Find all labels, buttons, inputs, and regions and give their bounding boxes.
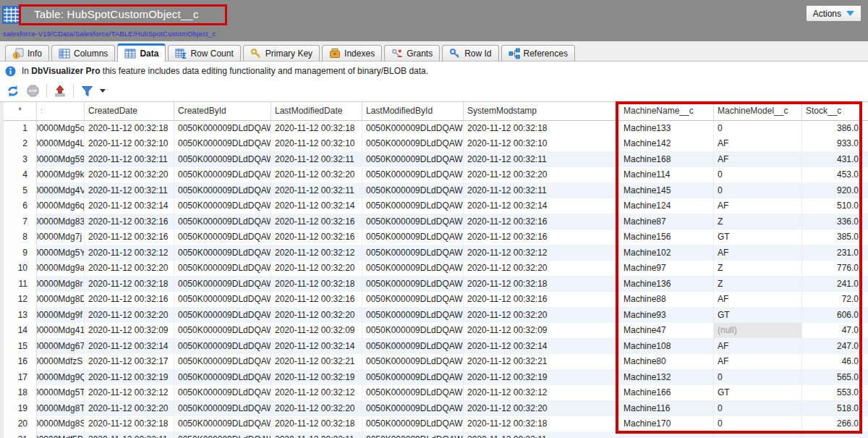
data-cell[interactable]: 2020-11-12 00:32:20 [85,307,174,323]
row-number-cell[interactable]: 21 [2,431,37,438]
data-cell[interactable]: 0050K000009DLdDQAW [362,198,464,214]
column-header-rownum[interactable]: * [2,102,37,120]
data-cell[interactable]: 0050K000009DLdDQAW [174,292,271,308]
data-cell[interactable]: 0 [714,120,802,136]
data-cell[interactable]: 00000Mdg59 [37,151,85,167]
tab-columns[interactable]: Columns [51,45,115,61]
data-cell[interactable]: 0 [714,400,802,416]
data-cell[interactable]: 2020-11-12 00:32:14 [85,338,174,354]
row-number-cell[interactable]: 13 [2,307,37,323]
data-cell[interactable]: 2020-11-12 00:32:11 [271,182,362,198]
data-cell[interactable]: 2020-11-12 00:32:20 [464,167,620,183]
data-cell[interactable]: 385.0 [802,229,868,245]
data-cell[interactable]: 00000Mdg5T [37,385,85,401]
tab-info[interactable]: Info [5,45,49,61]
data-cell[interactable]: 2020-11-12 00:32:18 [464,276,620,292]
data-cell[interactable]: 2020-11-12 00:32:12 [271,385,362,401]
data-cell[interactable]: 0050K000009DLdDQAW [174,431,271,438]
data-cell[interactable]: 00000Mdg8r [37,276,85,292]
data-cell[interactable]: AF [714,292,802,308]
data-cell[interactable]: 2020-11-12 00:32:14 [271,198,362,214]
data-cell[interactable]: 00000Mdg67 [37,338,85,354]
data-cell[interactable]: 606.0 [802,307,868,323]
data-cell[interactable]: 0050K000009DLdDQAW [174,323,271,339]
data-cell[interactable]: Machine87 [620,214,714,229]
data-cell[interactable]: 0050K000009DLdDQAW [362,276,464,292]
data-cell[interactable]: 2020-11-12 00:32:19 [271,369,362,385]
data-cell[interactable]: 0 [714,182,802,198]
data-cell[interactable]: 2020-11-12 00:32:20 [464,400,620,416]
data-cell[interactable]: 00000Mdg4V [37,182,85,198]
data-cell[interactable]: 510.0 [802,198,868,214]
row-number-cell[interactable]: 3 [2,151,37,167]
row-number-cell[interactable]: 6 [2,198,37,214]
data-cell[interactable]: 0050K000009DLdDQAW [174,369,271,385]
data-cell[interactable]: 00000Mdg8D [37,292,85,308]
data-cell[interactable]: 00000Mdg83 [37,214,85,229]
data-cell[interactable]: 00000Mdg5Y [37,245,85,261]
data-cell[interactable]: 431.0 [802,151,868,167]
row-number-cell[interactable]: 7 [2,214,37,229]
data-cell[interactable]: 336.0 [802,214,868,229]
data-cell[interactable]: 231.0 [802,245,868,261]
data-cell[interactable] [802,431,868,438]
data-cell[interactable]: 47.0 [802,323,868,339]
data-cell[interactable]: 553.0 [802,385,868,401]
data-cell[interactable]: 247.0 [802,338,868,354]
data-cell[interactable]: 2020-11-12 00:32:19 [85,369,174,385]
row-number-cell[interactable]: 18 [2,385,37,401]
data-cell[interactable]: 2020-11-12 00:32:16 [85,229,174,245]
data-cell[interactable]: 0050K000009DLdDQAW [174,276,271,292]
column-header-SystemModstamp[interactable]: SystemModstamp [464,102,620,120]
row-number-cell[interactable]: 9 [2,245,37,261]
row-number-cell[interactable]: 1 [2,120,37,136]
row-number-cell[interactable]: 19 [2,400,37,416]
row-number-cell[interactable]: 16 [2,354,37,370]
data-cell[interactable]: Machine116 [620,400,714,416]
data-cell[interactable]: Machine108 [620,338,714,354]
data-cell[interactable]: Machine102 [620,245,714,261]
data-cell[interactable]: 2020-11-12 00:32:11 [464,182,620,198]
data-cell[interactable]: AF [714,245,802,261]
data-cell[interactable]: Machine97 [620,261,714,277]
data-cell[interactable]: 0050K000009DLdDQAW [174,214,271,229]
data-cell[interactable]: 00000MdfzS [37,354,85,370]
data-cell[interactable]: 2020-11-12 00:32:11 [464,151,620,167]
data-cell[interactable]: 453.0 [802,167,868,183]
data-cell[interactable]: 2020-11-12 00:32:18 [85,416,174,432]
data-cell[interactable]: 2020-11-12 00:32:20 [271,167,362,183]
data-cell[interactable]: 2020-11-12 00:32:18 [271,120,362,136]
data-cell[interactable]: 00000Mdg5o [37,120,85,136]
data-cell[interactable]: 2020-11-12 00:32:12 [85,245,174,261]
data-cell[interactable]: 0050K000009DLdDQAW [362,431,464,438]
row-number-cell[interactable]: 5 [2,182,37,198]
column-header-LastModifiedById[interactable]: LastModifiedById [362,102,464,120]
row-number-cell[interactable]: 15 [2,338,37,354]
data-cell[interactable]: 0050K000009DLdDQAW [174,385,271,401]
data-cell[interactable]: 00000Mdg4L [37,136,85,152]
data-cell[interactable]: 2020-11-12 00:32:11 [271,431,362,438]
data-cell[interactable]: 241.0 [802,276,868,292]
data-cell[interactable]: 2020-11-12 00:32:14 [271,338,362,354]
data-cell[interactable]: Z [714,261,802,277]
data-cell[interactable]: 2020-11-12 00:32:14 [85,198,174,214]
data-cell[interactable]: 2020-11-12 00:32:11 [271,151,362,167]
data-cell[interactable]: AF [714,151,802,167]
data-cell[interactable]: 2020-11-12 00:32:16 [271,214,362,229]
data-cell[interactable]: 0050K000009DLdDQAW [362,292,464,308]
data-cell[interactable]: 2020-11-12 00:32:16 [85,214,174,229]
tab-row-count[interactable]: ΣRow Count [168,45,240,61]
data-cell[interactable]: 2020-11-12 00:32:20 [85,261,174,277]
data-cell[interactable]: 0050K000009DLdDQAW [174,245,271,261]
data-cell[interactable]: Machine168 [620,151,714,167]
data-cell[interactable]: 0050K000009DLdDQAW [362,338,464,354]
data-cell[interactable]: 2020-11-12 00:32:14 [464,338,620,354]
data-cell[interactable]: 2020-11-12 00:32:16 [464,292,620,308]
column-header-MachineModel__c[interactable]: MachineModel__c [714,102,802,120]
data-cell[interactable]: 0050K000009DLdDQAW [174,120,271,136]
data-cell[interactable]: Machine136 [620,276,714,292]
data-cell[interactable]: 0 [714,369,802,385]
data-cell[interactable]: 776.0 [802,261,868,277]
data-cell[interactable]: Z [714,276,802,292]
data-cell[interactable]: 0050K000009DLdDQAW [362,416,464,432]
